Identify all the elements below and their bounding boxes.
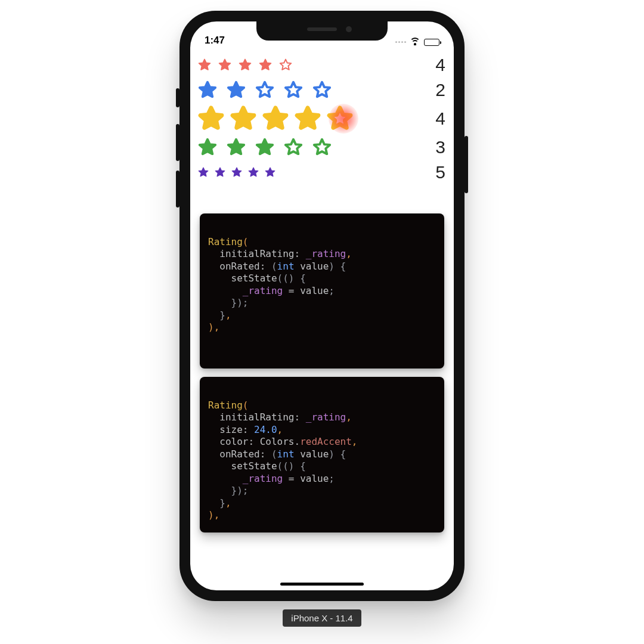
rating-value: 3 (435, 137, 447, 157)
star-icon[interactable] (294, 105, 321, 132)
status-right (395, 38, 439, 47)
volume-up-button[interactable] (176, 124, 179, 161)
rating-value: 4 (435, 109, 447, 129)
mute-switch[interactable] (176, 88, 179, 107)
star-icon[interactable] (197, 80, 218, 100)
status-time: 1:47 (205, 35, 225, 47)
code-text: Rating( initialRating: _rating, size: 24… (208, 400, 436, 522)
screen-content: 4 2 4 3 5 Rating( initialRating: _ra (190, 48, 454, 590)
star-group[interactable] (197, 58, 293, 72)
rating-value: 5 (435, 162, 447, 182)
star-icon[interactable] (278, 58, 293, 72)
rating-row: 4 (197, 52, 447, 78)
star-group[interactable] (197, 137, 332, 157)
phone-frame: 1:47 4 (179, 11, 465, 601)
star-icon[interactable] (283, 80, 304, 100)
wifi-icon (410, 38, 420, 46)
star-icon[interactable] (197, 166, 209, 178)
rating-row: 3 (197, 135, 447, 160)
star-icon[interactable] (255, 80, 275, 100)
star-icon[interactable] (283, 137, 304, 157)
star-icon[interactable] (255, 137, 275, 157)
home-indicator[interactable] (280, 583, 364, 586)
star-icon[interactable] (218, 58, 232, 72)
star-icon[interactable] (262, 105, 289, 132)
device-label-text: iPhone X - 11.4 (291, 613, 352, 623)
star-icon[interactable] (312, 80, 332, 100)
star-icon[interactable] (197, 105, 225, 132)
code-snippet-card: Rating( initialRating: _rating, size: 24… (200, 377, 444, 532)
star-icon[interactable] (312, 137, 332, 157)
code-snippet-card: Rating( initialRating: _rating, onRated:… (200, 213, 444, 369)
star-icon[interactable] (247, 166, 259, 178)
star-group[interactable] (197, 105, 354, 132)
star-icon[interactable] (197, 58, 212, 72)
volume-down-button[interactable] (176, 171, 179, 208)
phone-screen: 1:47 4 (190, 21, 454, 590)
star-icon[interactable] (231, 166, 243, 178)
rating-row: 5 (197, 160, 447, 185)
star-icon[interactable] (226, 137, 246, 157)
rating-value: 2 (435, 80, 447, 100)
star-icon[interactable] (230, 105, 257, 132)
code-list: Rating( initialRating: _rating, onRated:… (197, 185, 447, 541)
rating-row: 4 (197, 103, 447, 135)
device-label-chip: iPhone X - 11.4 (283, 609, 361, 627)
code-text: Rating( initialRating: _rating, onRated:… (208, 236, 436, 334)
star-group[interactable] (197, 80, 332, 100)
star-icon[interactable] (214, 166, 226, 178)
rating-value: 4 (435, 55, 447, 75)
star-icon[interactable] (258, 58, 273, 72)
star-icon[interactable] (264, 166, 276, 178)
signal-dots-icon (395, 41, 406, 43)
rating-row: 2 (197, 78, 447, 103)
star-icon[interactable] (326, 105, 354, 132)
star-icon[interactable] (238, 58, 252, 72)
star-icon[interactable] (197, 137, 218, 157)
ratings-list: 4 2 4 3 5 (197, 52, 447, 185)
phone-notch (256, 21, 388, 41)
battery-icon (424, 39, 439, 46)
star-icon[interactable] (226, 80, 246, 100)
star-group[interactable] (197, 166, 276, 178)
power-button[interactable] (465, 136, 468, 193)
